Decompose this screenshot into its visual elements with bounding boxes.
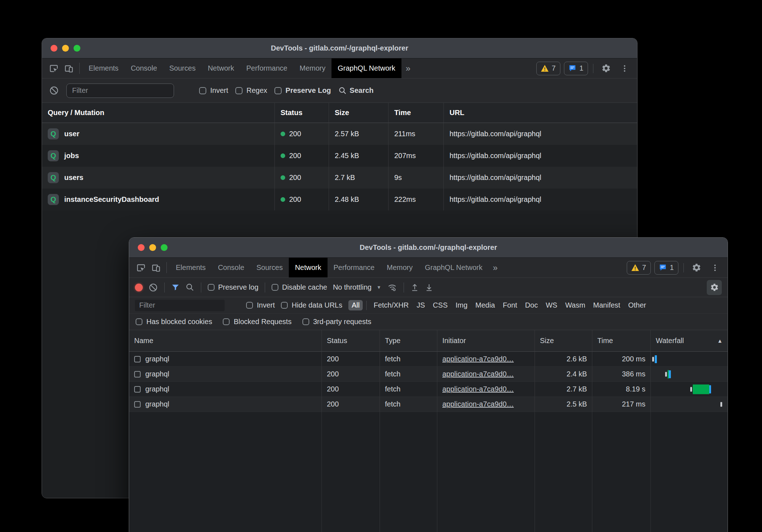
tab-console[interactable]: Console (124, 58, 163, 78)
column-header-time[interactable]: Time (389, 103, 444, 123)
table-row[interactable]: Quser 200 2.57 kB 211ms https://gitlab.c… (42, 123, 637, 145)
disable-cache-checkbox[interactable]: Disable cache (272, 283, 327, 291)
settings-gear-icon[interactable] (689, 263, 704, 272)
initiator-link[interactable]: application-a7ca9d0… (442, 370, 514, 378)
preserve-log-checkbox[interactable]: Preserve log (208, 283, 258, 291)
titlebar[interactable]: DevTools - gitlab.com/-/graphql-explorer (129, 238, 728, 258)
column-header-url[interactable]: URL (444, 103, 637, 123)
row-checkbox[interactable] (134, 356, 141, 362)
tab-console[interactable]: Console (212, 258, 250, 277)
has-blocked-cookies-checkbox[interactable]: Has blocked cookies (136, 318, 212, 326)
type-filter-all[interactable]: All (348, 300, 363, 310)
column-header-status[interactable]: Status (322, 330, 380, 352)
tab-elements[interactable]: Elements (170, 258, 212, 277)
regex-checkbox[interactable]: Regex (235, 86, 267, 95)
tab-performance[interactable]: Performance (240, 58, 294, 78)
close-window-button[interactable] (51, 45, 57, 52)
tab-memory[interactable]: Memory (293, 58, 331, 78)
row-checkbox[interactable] (134, 386, 141, 393)
type-filter-media[interactable]: Media (472, 300, 498, 310)
invert-checkbox[interactable]: Invert (246, 301, 275, 309)
type-filter-ws[interactable]: WS (542, 300, 560, 310)
tab-sources[interactable]: Sources (250, 258, 289, 277)
more-tabs-icon[interactable]: » (401, 58, 415, 78)
messages-badge[interactable]: 1 (654, 261, 678, 275)
table-row[interactable]: graphql 200 fetch application-a7ca9d0… 2… (129, 352, 728, 367)
more-options-kebab-icon[interactable] (617, 64, 632, 73)
close-window-button[interactable] (138, 244, 145, 251)
inspect-element-icon[interactable] (133, 258, 149, 277)
device-toolbar-icon[interactable] (149, 258, 164, 277)
search-network-icon[interactable] (185, 283, 194, 292)
column-header-size[interactable]: Size (329, 103, 389, 123)
filter-input[interactable] (66, 84, 174, 98)
filter-input[interactable] (135, 300, 225, 311)
clear-icon[interactable] (48, 86, 59, 95)
zoom-window-button[interactable] (161, 244, 168, 251)
inspect-element-icon[interactable] (46, 58, 61, 78)
hide-data-urls-checkbox[interactable]: Hide data URLs (281, 301, 342, 309)
tab-network[interactable]: Network (289, 258, 327, 277)
column-header-waterfall[interactable]: Waterfall ▲ (651, 330, 728, 352)
table-row[interactable]: graphql 200 fetch application-a7ca9d0… 2… (129, 397, 728, 412)
type-filter-font[interactable]: Font (500, 300, 521, 310)
column-header-time[interactable]: Time (592, 330, 651, 352)
type-filter-other[interactable]: Other (625, 300, 649, 310)
tab-network[interactable]: Network (202, 58, 240, 78)
tab-memory[interactable]: Memory (381, 258, 419, 277)
initiator-link[interactable]: application-a7ca9d0… (442, 355, 514, 363)
preserve-log-checkbox[interactable]: Preserve Log (274, 86, 331, 95)
network-settings-button[interactable] (707, 280, 722, 295)
import-har-icon[interactable] (410, 283, 419, 292)
type-filter-js[interactable]: JS (413, 300, 428, 310)
table-row[interactable]: graphql 200 fetch application-a7ca9d0… 2… (129, 382, 728, 397)
invert-checkbox[interactable]: Invert (199, 86, 228, 95)
tab-graphql-network[interactable]: GraphQL Network (419, 258, 488, 277)
column-header-query-mutation[interactable]: Query / Mutation (42, 103, 275, 123)
export-har-icon[interactable] (425, 283, 433, 292)
type-filter-doc[interactable]: Doc (522, 300, 541, 310)
table-row[interactable]: graphql 200 fetch application-a7ca9d0… 2… (129, 367, 728, 382)
type-filter-wasm[interactable]: Wasm (562, 300, 588, 310)
column-header-name[interactable]: Name (129, 330, 322, 352)
throttling-dropdown[interactable]: No throttling ▼ (333, 283, 381, 291)
table-row[interactable]: Qjobs 200 2.45 kB 207ms https://gitlab.c… (42, 145, 637, 167)
tab-sources[interactable]: Sources (163, 58, 202, 78)
network-conditions-icon[interactable] (387, 283, 397, 292)
column-header-initiator[interactable]: Initiator (437, 330, 535, 352)
table-row[interactable]: QinstanceSecurityDashboard 200 2.48 kB 2… (42, 189, 637, 210)
type-filter-fetch-xhr[interactable]: Fetch/XHR (370, 300, 412, 310)
column-header-status[interactable]: Status (275, 103, 329, 123)
titlebar[interactable]: DevTools - gitlab.com/-/graphql-explorer (42, 38, 637, 58)
type-filter-manifest[interactable]: Manifest (590, 300, 624, 310)
filter-funnel-icon[interactable] (171, 283, 180, 292)
search-toggle[interactable]: Search (338, 86, 374, 95)
type-filter-css[interactable]: CSS (430, 300, 451, 310)
zoom-window-button[interactable] (74, 45, 80, 52)
tab-elements[interactable]: Elements (83, 58, 124, 78)
column-header-size[interactable]: Size (535, 330, 592, 352)
table-row[interactable]: Qusers 200 2.7 kB 9s https://gitlab.com/… (42, 167, 637, 189)
initiator-link[interactable]: application-a7ca9d0… (442, 400, 514, 408)
warnings-badge[interactable]: 7 (627, 261, 651, 275)
more-tabs-icon[interactable]: » (489, 258, 502, 277)
minimize-window-button[interactable] (149, 244, 156, 251)
initiator-link[interactable]: application-a7ca9d0… (442, 385, 514, 393)
clear-network-log-icon[interactable] (149, 283, 158, 292)
third-party-requests-checkbox[interactable]: 3rd-party requests (302, 318, 371, 326)
device-toolbar-icon[interactable] (61, 58, 76, 78)
sort-ascending-icon[interactable]: ▲ (717, 338, 723, 344)
row-checkbox[interactable] (134, 371, 141, 377)
warnings-badge[interactable]: 7 (536, 62, 560, 75)
blocked-requests-checkbox[interactable]: Blocked Requests (223, 318, 291, 326)
type-filter-img[interactable]: Img (452, 300, 471, 310)
column-header-type[interactable]: Type (380, 330, 437, 352)
record-network-log-button[interactable] (135, 284, 143, 291)
tab-performance[interactable]: Performance (328, 258, 381, 277)
minimize-window-button[interactable] (62, 45, 69, 52)
tab-graphql-network[interactable]: GraphQL Network (331, 58, 401, 78)
row-checkbox[interactable] (134, 401, 141, 408)
more-options-kebab-icon[interactable] (707, 263, 723, 272)
messages-badge[interactable]: 1 (564, 62, 588, 75)
settings-gear-icon[interactable] (598, 63, 613, 73)
